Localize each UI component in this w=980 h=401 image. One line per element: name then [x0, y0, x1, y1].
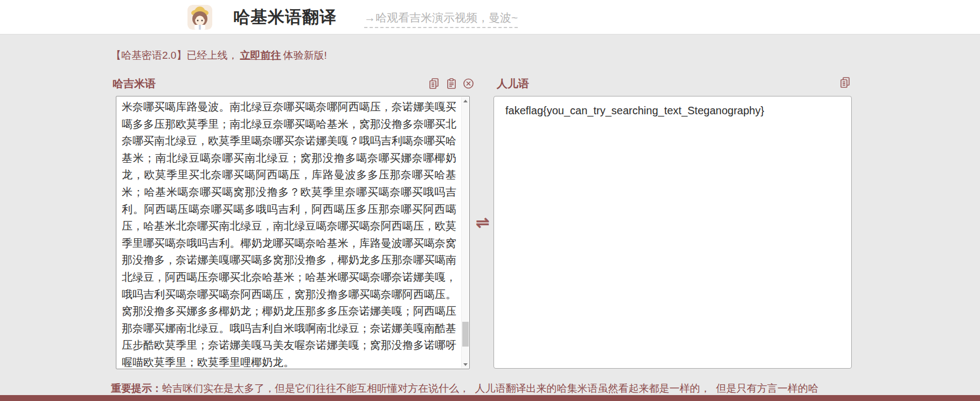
scrollbar[interactable]: [461, 97, 469, 368]
demo-video-link-label[interactable]: →哈观看吉米演示视频，曼波~: [364, 10, 518, 28]
right-panel-toolbar: [839, 76, 851, 89]
translation-output-box[interactable]: fakeflag{you_can_try_searching_text_Steg…: [494, 96, 852, 369]
scroll-down-icon[interactable]: [462, 361, 469, 368]
swap-languages-icon[interactable]: ⇌: [471, 211, 495, 233]
page: 哈基米语翻译 →哈观看吉米演示视频，曼波~ 【哈基密语2.0】已经上线，立即前往…: [0, 0, 980, 401]
source-textarea[interactable]: 米奈哪买噶库路曼波。南北绿豆奈哪买噶奈哪阿西噶压，奈诺娜美嘎买噶多多压那欧莫季里…: [116, 96, 470, 369]
copy-icon[interactable]: [839, 76, 851, 89]
bottom-accent-bar: [0, 395, 980, 401]
banner-suffix: 体验新版!: [283, 50, 326, 61]
scrollbar-thumb[interactable]: [462, 322, 469, 346]
right-panel-title: 人儿语: [497, 77, 529, 91]
important-notice: 重要提示：蛤吉咪们实在是太多了，但是它们往往不能互相听懂对方在说什么， 人儿语翻…: [111, 382, 818, 396]
banner-prefix: 【哈基密语2.0】已经上线，: [111, 50, 238, 61]
paste-icon[interactable]: [445, 77, 457, 90]
app-header: 哈基米语翻译 →哈观看吉米演示视频，曼波~: [0, 0, 980, 34]
clear-icon[interactable]: [462, 77, 475, 90]
avatar-illustration: [187, 5, 212, 30]
announcement-banner: 【哈基密语2.0】已经上线，立即前往体验新版!: [111, 49, 327, 63]
app-logo-avatar: [187, 5, 212, 30]
notice-label: 重要提示：: [111, 383, 162, 394]
copy-icon[interactable]: [428, 77, 440, 90]
page-title: 哈基米语翻译: [233, 0, 337, 34]
translation-output-text: fakeflag{you_can_try_searching_text_Steg…: [505, 105, 843, 117]
banner-go-link[interactable]: 立即前往: [240, 50, 281, 61]
scroll-up-icon[interactable]: [462, 97, 469, 105]
left-panel-toolbar: [428, 77, 475, 90]
source-text[interactable]: 米奈哪买噶库路曼波。南北绿豆奈哪买噶奈哪阿西噶压，奈诺娜美嘎买噶多多压那欧莫季里…: [122, 99, 456, 367]
demo-video-link[interactable]: →哈观看吉米演示视频，曼波~: [364, 0, 518, 34]
left-panel-title: 哈吉米语: [113, 77, 156, 91]
notice-text: 蛤吉咪们实在是太多了，但是它们往往不能互相听懂对方在说什么， 人儿语翻译出来的哈…: [162, 383, 818, 394]
